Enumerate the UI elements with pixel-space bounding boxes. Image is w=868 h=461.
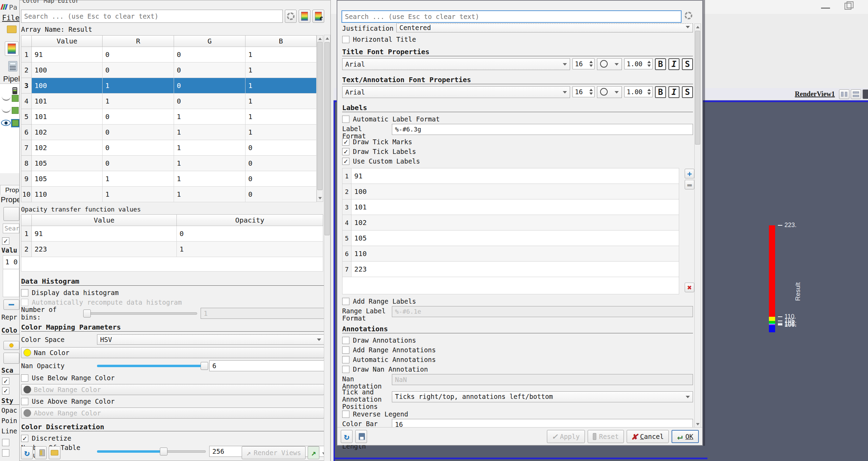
file-menu[interactable]: File (2, 14, 20, 22)
cell[interactable]: 1 (245, 125, 317, 140)
use-below-range-checkbox[interactable] (21, 374, 28, 382)
title-font-color-combo[interactable] (597, 58, 622, 70)
title-shadow-button[interactable]: S (682, 58, 693, 70)
cell[interactable]: 0 (103, 62, 174, 78)
custom-label-row[interactable]: 4102 (342, 215, 679, 230)
text-italic-button[interactable]: I (668, 86, 679, 98)
reverse-legend-checkbox[interactable] (342, 411, 349, 418)
discretize-checkbox[interactable]: ✓ (21, 435, 28, 442)
search-input[interactable] (21, 10, 283, 23)
sliver-checkbox[interactable]: ✓ (2, 387, 9, 394)
cell[interactable]: 0 (174, 47, 245, 62)
color-table-row[interactable]: 10110110 (21, 187, 317, 202)
reload-icon[interactable]: ↻ (341, 430, 353, 443)
display-histogram-checkbox[interactable] (21, 289, 28, 296)
col-opacity[interactable]: Opacity (177, 215, 323, 226)
sliver-button[interactable] (3, 353, 19, 364)
open-folder-icon[interactable] (7, 26, 17, 33)
source-cube-icon[interactable] (12, 107, 19, 114)
cell[interactable]: 0 (245, 140, 317, 156)
cell[interactable]: 100 (32, 78, 103, 94)
cell[interactable]: 1 (245, 78, 317, 94)
title-font-size-spinner[interactable]: 16 (572, 58, 595, 69)
cell[interactable]: 1 (245, 109, 317, 125)
cell[interactable]: 0 (103, 47, 174, 62)
cell[interactable]: 1 (174, 156, 245, 171)
color-table-row[interactable]: 4101101 (21, 94, 317, 109)
title-italic-button[interactable]: I (668, 58, 679, 70)
col-g[interactable]: G (174, 36, 245, 47)
render-view-tab-label[interactable]: RenderView1 (795, 90, 835, 98)
edit-colormap-icon[interactable]: e (312, 10, 324, 23)
title-font-family-combo[interactable]: Arial (342, 58, 570, 70)
apply-sliver-button[interactable] (3, 207, 19, 221)
use-above-range-checkbox[interactable] (21, 398, 28, 405)
legend-dialog-scrollbar[interactable] (694, 23, 701, 428)
ok-button[interactable]: ↵OK (672, 430, 699, 443)
cell[interactable]: 105 (32, 171, 103, 187)
sliver-checkbox[interactable]: ✓ (2, 377, 9, 385)
selected-source-highlight[interactable] (11, 119, 20, 127)
cell[interactable]: 1 (103, 78, 174, 94)
gear-icon[interactable] (285, 10, 297, 23)
nan-color-button[interactable]: Nan Color (21, 347, 324, 358)
cell[interactable]: 0 (245, 187, 317, 202)
remove-label-icon[interactable]: ▬ (685, 180, 694, 189)
cell[interactable]: 0 (103, 140, 174, 156)
split-vertical-icon[interactable] (851, 89, 861, 99)
color-table-row[interactable]: 6102011 (21, 125, 317, 140)
remove-point-button[interactable] (3, 300, 19, 310)
preset-folder-icon[interactable] (49, 446, 60, 459)
cell[interactable]: 0 (174, 94, 245, 109)
draw-annotations-checkbox[interactable] (342, 337, 349, 344)
custom-label-row[interactable]: 191 (342, 168, 679, 184)
cell[interactable]: 101 (32, 109, 103, 125)
add-label-icon[interactable]: + (685, 169, 694, 178)
custom-label-empty-row[interactable] (342, 277, 679, 294)
custom-label-row[interactable]: 3101 (342, 199, 679, 215)
choose-preset-icon[interactable] (299, 10, 310, 23)
cancel-button[interactable]: ✘CCancelancel (627, 430, 669, 443)
color-table-row[interactable]: 8105010 (21, 156, 317, 171)
automatic-annotations-checkbox[interactable] (342, 356, 349, 363)
horizontal-title-checkbox[interactable] (342, 36, 349, 43)
cell[interactable]: 0 (245, 156, 317, 171)
cell[interactable]: 0 (174, 78, 245, 94)
text-font-size-spinner[interactable]: 16 (572, 86, 595, 97)
cell[interactable]: 1 (174, 125, 245, 140)
color-space-combo[interactable]: HSV (97, 334, 324, 345)
cell[interactable]: 91 (32, 47, 103, 62)
sliver-checkbox[interactable] (2, 449, 9, 457)
eye-open-icon[interactable] (1, 120, 11, 126)
custom-label-value[interactable]: 223 (351, 265, 367, 273)
cell[interactable]: 1 (174, 187, 245, 202)
cell[interactable]: 1 (177, 242, 323, 257)
text-font-opacity-spinner[interactable]: 1.00 (624, 86, 653, 97)
cell[interactable]: 223 (32, 242, 177, 257)
custom-label-value[interactable]: 101 (351, 203, 367, 211)
cell[interactable]: 1 (174, 109, 245, 125)
calculator-icon[interactable] (8, 61, 17, 71)
color-table-row[interactable]: 2100001 (21, 62, 317, 78)
col-r[interactable]: R (103, 36, 174, 47)
cell[interactable]: 102 (32, 140, 103, 156)
col-value[interactable]: Value (32, 215, 177, 226)
cell[interactable]: 0 (103, 109, 174, 125)
edit-color-button[interactable] (3, 341, 19, 350)
delete-all-labels-icon[interactable]: ✖ (685, 283, 694, 292)
opacity-table-row[interactable]: 1910 (21, 226, 323, 242)
nan-opacity-slider[interactable] (97, 361, 206, 371)
eye-closed-icon[interactable] (2, 96, 11, 101)
text-font-color-combo[interactable] (597, 86, 622, 98)
title-bold-button[interactable]: B (655, 58, 666, 70)
legend-gear-icon[interactable] (685, 12, 692, 21)
col-value[interactable]: Value (32, 36, 103, 47)
title-font-opacity-spinner[interactable]: 1.00 (624, 58, 653, 69)
cell[interactable]: 102 (32, 125, 103, 140)
cell[interactable]: 110 (32, 187, 103, 202)
tick-positions-combo[interactable]: Ticks right/top, annotations left/bottom (392, 391, 693, 402)
label-format-field[interactable]: %-#6.3g (392, 124, 693, 135)
bins-slider[interactable] (83, 308, 197, 318)
custom-label-value[interactable]: 110 (351, 249, 367, 258)
col-b[interactable]: B (245, 36, 317, 47)
